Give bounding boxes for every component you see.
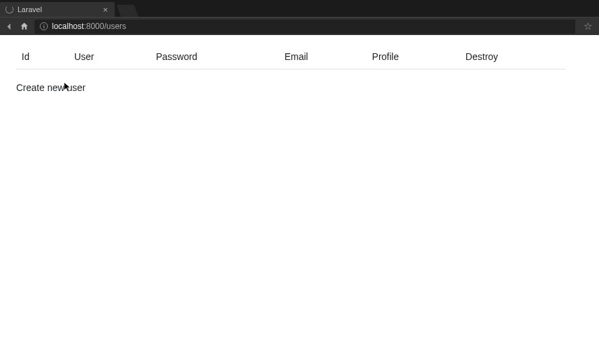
column-header-user: User	[69, 47, 150, 69]
users-table: Id User Password Email Profile Destroy	[16, 47, 565, 69]
bookmark-star-icon[interactable]: ☆	[581, 20, 595, 32]
column-header-email: Email	[279, 47, 367, 69]
column-header-destroy: Destroy	[460, 47, 565, 69]
close-icon[interactable]: ×	[101, 5, 109, 15]
home-button[interactable]	[20, 22, 29, 31]
page-content: Id User Password Email Profile Destroy C…	[0, 35, 599, 94]
tab-title: Laravel	[18, 5, 101, 13]
info-icon[interactable]: i	[40, 22, 48, 30]
column-header-profile: Profile	[367, 47, 461, 69]
new-tab-button[interactable]	[117, 5, 139, 17]
tab-bar: Laravel ×	[0, 0, 599, 17]
browser-chrome: Laravel × i localhost:8000/users ☆	[0, 0, 599, 35]
create-new-user-link[interactable]: Create new user	[16, 82, 86, 93]
column-header-password: Password	[150, 47, 279, 69]
loading-spinner-icon	[5, 5, 13, 13]
url-text: localhost:8000/users	[52, 22, 126, 31]
back-button[interactable]	[4, 22, 14, 32]
table-header-row: Id User Password Email Profile Destroy	[16, 47, 565, 69]
column-header-id: Id	[16, 47, 69, 69]
address-bar: i localhost:8000/users ☆	[0, 17, 599, 35]
url-field[interactable]: i localhost:8000/users	[34, 20, 575, 34]
browser-tab[interactable]: Laravel ×	[0, 2, 115, 17]
